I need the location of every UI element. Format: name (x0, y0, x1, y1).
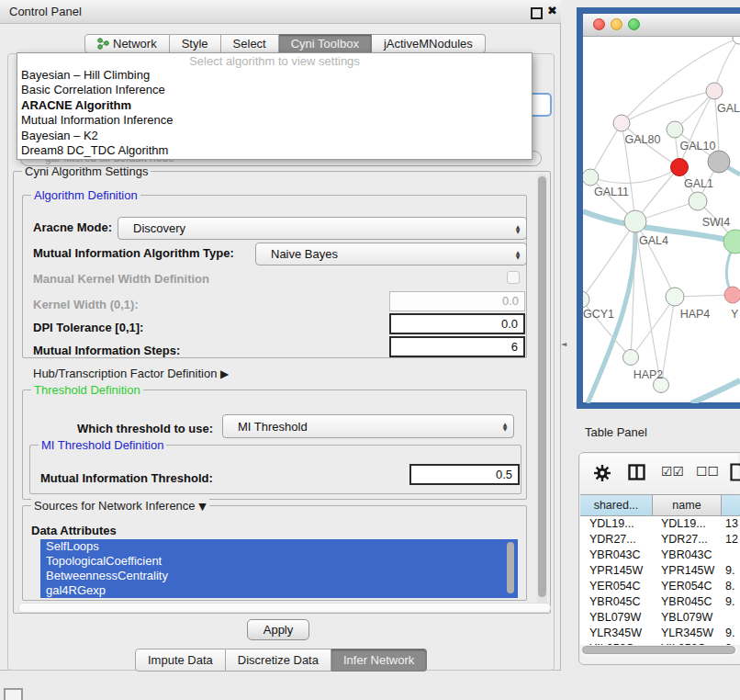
float-window-icon[interactable] (531, 7, 543, 19)
settings-scrollbar-thumb[interactable] (538, 176, 546, 597)
which-threshold-combo[interactable]: MI Threshold ▲▼ (222, 414, 514, 438)
sources-group-title[interactable]: Sources for Network Inference ▼ (31, 499, 209, 513)
svg-text:GAL10: GAL10 (680, 140, 716, 152)
tab-select[interactable]: Select (221, 34, 279, 53)
combo-arrows-icon: ▲▼ (510, 224, 526, 233)
svg-text:GAL11: GAL11 (594, 186, 629, 198)
svg-text:SWI4: SWI4 (702, 216, 731, 229)
network-node-swi4[interactable] (723, 230, 740, 254)
manual-kernel-width-label: Manual Kernel Width Definition (33, 272, 209, 286)
svg-text:Y: Y (731, 308, 739, 321)
page-icon[interactable] (730, 463, 740, 481)
apply-button[interactable]: Apply (247, 619, 309, 640)
network-icon (97, 38, 109, 50)
tab-impute-data[interactable]: Impute Data (135, 649, 226, 672)
svg-text:GAL4: GAL4 (639, 234, 668, 247)
network-node-gal4[interactable] (624, 210, 646, 232)
settings-hscrollbar[interactable] (18, 603, 551, 613)
network-node-gal11[interactable] (583, 169, 599, 186)
unchecked-checkboxes-icon[interactable]: ☐☐ (696, 464, 719, 479)
dropdown-item[interactable]: Mutual Information Inference (17, 113, 532, 128)
network-node-gal1[interactable] (689, 192, 707, 210)
table-body: YDL19...YDL19...13 YDR27...YDR27...12 YB… (580, 516, 740, 645)
kernel-width-label: Kernel Width (0,1): (33, 298, 139, 311)
data-attributes-label: Data Attributes (31, 524, 117, 537)
network-window-titlebar[interactable] (583, 14, 740, 37)
attribute-item[interactable]: BetweennessCentrality (40, 569, 518, 583)
network-node-gal10[interactable] (667, 121, 683, 138)
manual-kernel-width-checkbox (507, 271, 520, 284)
network-node[interactable] (733, 37, 740, 44)
control-panel-title: Control Panel (9, 5, 82, 18)
table-row[interactable]: YBR045CYBR045C9. (580, 594, 740, 610)
mi-threshold-field[interactable]: 0.5 (409, 464, 520, 485)
data-attributes-list: SelfLoops TopologicalCoefficient Between… (40, 539, 518, 598)
panel-grip-icon[interactable] (4, 688, 23, 700)
which-threshold-label: Which threshold to use: (77, 422, 213, 435)
table-toolbar: ☑☑ ☐☐ (580, 454, 738, 492)
network-node-gray[interactable] (708, 151, 730, 173)
svg-text:GAL: GAL (717, 102, 740, 115)
dropdown-item[interactable]: Bayesian – K2 (17, 129, 532, 143)
table-row[interactable]: YBL079WYBL079W (580, 610, 740, 626)
network-nodes[interactable] (583, 37, 740, 393)
splitter-handle-icon[interactable]: ◄ (561, 340, 566, 348)
tab-cyni-toolbox[interactable]: Cyni Toolbox (279, 34, 372, 53)
tab-network[interactable]: Network (84, 34, 170, 53)
tab-style[interactable]: Style (170, 34, 221, 53)
network-canvas[interactable]: GAL GAL80 GAL10 GAL1 GAL11 SWI4 GAL4 GCY… (583, 37, 740, 403)
table-row[interactable]: YER054CYER054C8. (580, 579, 740, 594)
column-header-name[interactable]: name (653, 494, 722, 516)
attribute-item[interactable]: TopologicalCoefficient (40, 554, 518, 569)
table-row[interactable]: YPR145WYPR145W9. (580, 563, 740, 579)
mi-steps-field[interactable]: 6 (389, 336, 525, 357)
dropdown-item[interactable]: Basic Correlation Inference (17, 83, 532, 97)
dropdown-item[interactable]: Bayesian – Hill Climbing (17, 68, 532, 83)
attribute-item[interactable]: gal4RGexp (40, 583, 518, 598)
checked-checkboxes-icon[interactable]: ☑☑ (661, 464, 684, 479)
network-node-gal7[interactable] (706, 83, 723, 99)
attribute-list-scrollbar[interactable] (507, 542, 514, 593)
aracne-mode-label: Aracne Mode: (33, 220, 112, 234)
minimize-window-icon[interactable] (611, 18, 622, 30)
network-node-labels: GAL GAL80 GAL10 GAL1 GAL11 SWI4 GAL4 GCY… (583, 102, 740, 381)
tab-infer-network[interactable]: Infer Network (331, 649, 427, 672)
dpi-tolerance-field[interactable]: 0.0 (389, 313, 525, 334)
table-row[interactable]: YDL19...YDL19...13 (580, 516, 740, 532)
dropdown-item-selected[interactable]: ARACNE Algorithm (17, 98, 532, 113)
svg-text:GCY1: GCY1 (583, 308, 614, 321)
svg-text:HAP4: HAP4 (680, 308, 711, 321)
algorithm-dropdown-list: Select algorithm to view settings Bayesi… (17, 52, 533, 160)
table-hscrollbar-thumb[interactable] (582, 646, 735, 654)
network-node-hap2[interactable] (623, 350, 639, 366)
algorithm-definition-title: Algorithm Definition (31, 188, 140, 202)
tab-jactivemnodules[interactable]: jActiveMNodules (372, 34, 486, 53)
tab-discretize-data[interactable]: Discretize Data (226, 649, 331, 672)
combo-arrows-icon: ▲▼ (510, 250, 526, 259)
split-columns-icon[interactable] (628, 464, 645, 480)
hub-section-toggle[interactable]: Hub/Transcription Factor Definition ▶ (33, 367, 229, 380)
table-hscrollbar[interactable] (581, 645, 738, 656)
close-window-icon[interactable] (593, 18, 605, 30)
column-header-clipped[interactable] (722, 494, 740, 516)
svg-text:GAL1: GAL1 (684, 177, 713, 190)
table-row[interactable]: YLR345WYLR345W9. (580, 626, 740, 641)
table-row[interactable]: YBR043CYBR043C (580, 548, 740, 563)
table-row[interactable]: YDR27...YDR27...12 (580, 532, 740, 548)
gear-icon[interactable] (593, 464, 611, 482)
network-node-gal80[interactable] (613, 115, 630, 131)
network-node-salmon[interactable] (724, 287, 740, 303)
svg-text:GAL80: GAL80 (625, 133, 661, 146)
dropdown-item[interactable]: Dream8 DC_TDC Algorithm (17, 143, 532, 158)
network-node-hap4[interactable] (666, 288, 684, 306)
attribute-item[interactable]: SelfLoops (40, 539, 518, 554)
network-node-gcy1[interactable] (583, 291, 589, 308)
mi-algorithm-type-combo[interactable]: Naive Bayes ▲▼ (255, 243, 527, 265)
column-header-shared-name[interactable]: shared... (580, 494, 653, 516)
network-view-window[interactable]: GAL GAL80 GAL10 GAL1 GAL11 SWI4 GAL4 GCY… (577, 7, 740, 409)
close-panel-icon[interactable]: ✖ (547, 4, 557, 17)
bottom-tabs: Impute Data Discretize Data Infer Networ… (135, 649, 427, 670)
aracne-mode-combo[interactable]: Discovery ▲▼ (118, 217, 527, 240)
zoom-window-icon[interactable] (628, 18, 640, 30)
network-node-red[interactable] (671, 159, 689, 176)
